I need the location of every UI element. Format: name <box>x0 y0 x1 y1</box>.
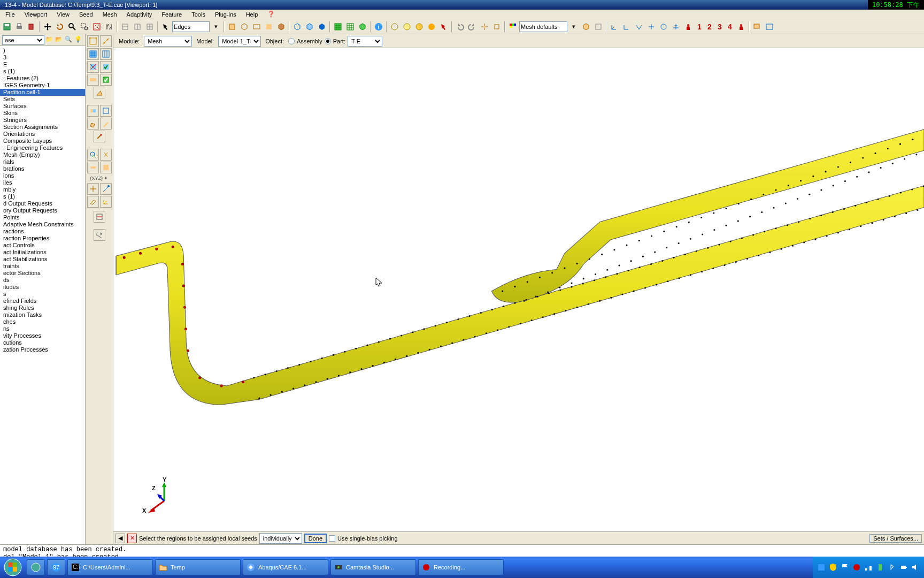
zoom-box-icon[interactable] <box>79 21 90 33</box>
box1-icon[interactable] <box>291 21 303 33</box>
tree-filter[interactable]: ase <box>2 35 44 45</box>
bottom-up-icon[interactable] <box>94 87 105 98</box>
selgrp4-icon[interactable] <box>263 21 275 33</box>
viewport[interactable]: (function(){ var g=document.getElementBy… <box>113 48 924 531</box>
query3-icon[interactable] <box>87 162 99 173</box>
arrow-icon[interactable] <box>160 21 172 33</box>
view-3[interactable]: 3 <box>715 22 725 31</box>
task-camtasia[interactable]: Camtasia Studio... <box>330 559 416 575</box>
tree-item[interactable]: ory Output Requests <box>0 207 85 214</box>
task-cmd[interactable]: C:\C:\Users\Admini... <box>67 559 153 575</box>
query1-icon[interactable] <box>87 149 99 161</box>
partition-icon[interactable] <box>94 211 105 223</box>
datum-pt-icon[interactable] <box>87 183 99 195</box>
tree-item[interactable]: shing Rules <box>0 305 85 311</box>
tray-av-icon[interactable] <box>852 563 861 572</box>
tray-net-icon[interactable] <box>864 563 873 572</box>
prompt-back-icon[interactable]: ◀ <box>116 534 125 543</box>
save-icon[interactable] <box>1 21 13 33</box>
meshdef-select[interactable] <box>519 21 567 32</box>
tray-flag-icon[interactable] <box>841 563 849 572</box>
tree-item[interactable]: iles <box>0 179 85 186</box>
edges-select[interactable] <box>172 21 210 32</box>
assoc2-icon[interactable] <box>100 105 112 117</box>
tree-item[interactable]: s <box>0 291 85 298</box>
tree-item[interactable]: Stringers <box>0 117 85 124</box>
tree-bulb-icon[interactable]: 💡 <box>74 36 83 44</box>
datum-plane-icon[interactable] <box>87 196 99 208</box>
tree-item[interactable]: Orientations <box>0 131 85 138</box>
csys2-icon[interactable] <box>621 21 633 33</box>
zoom-icon[interactable] <box>66 21 78 33</box>
tree-item[interactable]: ector Sections <box>0 270 85 277</box>
shade1-icon[interactable] <box>389 21 401 33</box>
tree-filter-icon[interactable]: 🔍 <box>65 36 73 44</box>
annot2-icon[interactable] <box>764 21 775 33</box>
tree-item[interactable]: Surfaces <box>0 103 85 110</box>
menu-viewport[interactable]: Viewport <box>21 11 51 18</box>
menu-plug-ins[interactable]: Plug-ins <box>212 11 240 18</box>
edit3-icon[interactable] <box>94 131 105 142</box>
new-model-icon[interactable] <box>26 21 37 33</box>
color-icon[interactable] <box>507 21 519 33</box>
tree-item[interactable]: rials <box>0 158 85 165</box>
prompt-mode-select[interactable]: individually <box>259 533 302 544</box>
csys3-icon[interactable] <box>633 21 645 33</box>
tools-icon[interactable] <box>94 229 105 241</box>
shade3-icon[interactable] <box>413 21 425 33</box>
tree-item[interactable]: Adaptive Mesh Constraints <box>0 221 85 228</box>
tree-item[interactable]: E <box>0 61 85 68</box>
verify-mesh-icon[interactable] <box>100 61 112 73</box>
selgrp1-icon[interactable] <box>226 21 238 33</box>
cycle-view-icon[interactable] <box>103 21 115 33</box>
person2-icon[interactable] <box>735 21 747 33</box>
model-select[interactable]: Model-1_T-E <box>218 36 261 47</box>
delete-mesh-icon[interactable] <box>87 61 99 73</box>
csys4-icon[interactable] <box>645 21 657 33</box>
datum1-icon[interactable] <box>479 21 490 33</box>
csys5-icon[interactable] <box>658 21 669 33</box>
mesh-wire-icon[interactable] <box>344 21 356 33</box>
tree-item[interactable]: raction Properties <box>0 235 85 242</box>
render1-icon[interactable] <box>580 21 592 33</box>
menu-tools[interactable]: Tools <box>188 11 209 18</box>
bias-checkbox[interactable] <box>329 535 335 542</box>
annot1-icon[interactable] <box>751 21 763 33</box>
part-select[interactable]: T-E <box>348 36 382 47</box>
tree-item[interactable]: zation Processes <box>0 346 85 353</box>
tree-item[interactable]: mization Tasks <box>0 311 85 318</box>
tray-shield-icon[interactable] <box>829 563 837 572</box>
element-type-icon[interactable] <box>100 74 112 86</box>
mesh-3d-icon[interactable] <box>357 21 368 33</box>
datum2-icon[interactable] <box>491 21 503 33</box>
tree-item[interactable]: 3 <box>0 54 85 61</box>
query4-icon[interactable] <box>100 162 112 173</box>
box3-icon[interactable] <box>316 21 328 33</box>
tree-item[interactable]: ractions <box>0 228 85 235</box>
assembly-radio[interactable] <box>288 38 295 44</box>
csys6-icon[interactable] <box>670 21 682 33</box>
tree-item[interactable]: ; Engineering Features <box>0 144 85 151</box>
view-2[interactable]: 2 <box>705 22 714 31</box>
module-select[interactable]: Mesh <box>144 36 192 47</box>
tray-vol-icon[interactable] <box>911 563 920 572</box>
tray-power-icon[interactable] <box>899 563 908 572</box>
tree-item[interactable]: Skins <box>0 110 85 117</box>
tree-item[interactable]: ds <box>0 277 85 284</box>
tree-item[interactable]: Points <box>0 214 85 221</box>
grid2-icon[interactable] <box>132 21 143 33</box>
view-1[interactable]: 1 <box>695 22 704 31</box>
assoc1-icon[interactable] <box>87 105 99 117</box>
tree-item[interactable]: ; Features (2) <box>0 75 85 82</box>
undo-icon[interactable] <box>454 21 466 33</box>
ql-app-icon[interactable]: 97 <box>47 559 65 575</box>
task-temp[interactable]: Temp <box>155 559 241 575</box>
start-button[interactable] <box>0 557 26 578</box>
tree-item[interactable]: cutions <box>0 339 85 346</box>
datum-csys-icon[interactable] <box>100 196 112 208</box>
tree-item[interactable]: Sets <box>0 96 85 103</box>
tree-item[interactable]: d Output Requests <box>0 200 85 207</box>
tree-collapse-icon[interactable]: 📂 <box>55 36 64 44</box>
shade4-icon[interactable] <box>426 21 437 33</box>
tree-item[interactable]: vity Processes <box>0 332 85 339</box>
